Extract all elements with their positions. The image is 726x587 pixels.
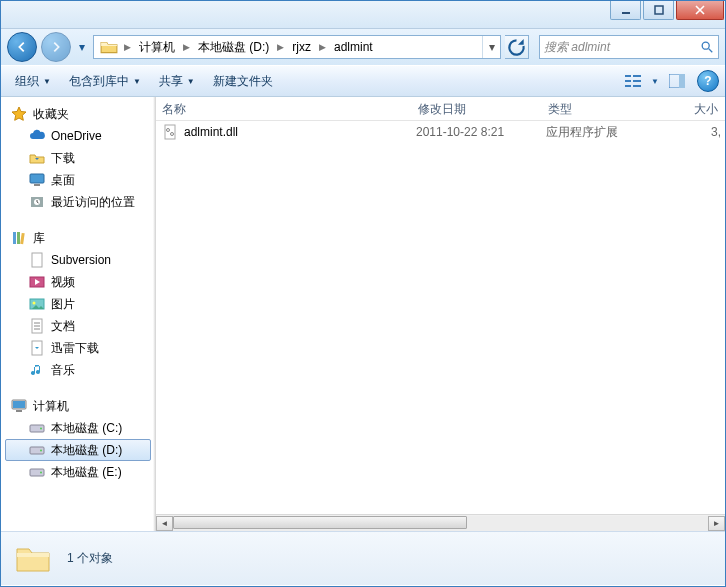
libraries-icon xyxy=(11,230,27,246)
svg-rect-3 xyxy=(625,75,631,77)
svg-rect-32 xyxy=(165,125,175,139)
sidebar-item-pictures[interactable]: 图片 xyxy=(1,293,155,315)
dll-file-icon xyxy=(162,124,178,140)
favorites-group[interactable]: 收藏夹 xyxy=(1,103,155,125)
chevron-right-icon[interactable]: ▶ xyxy=(122,42,133,52)
sidebar-item-onedrive[interactable]: OneDrive xyxy=(1,125,155,147)
navigation-row: ▾ ▶ 计算机 ▶ 本地磁盘 (D:) ▶ rjxz ▶ adlmint ▾ 搜… xyxy=(1,29,725,65)
desktop-icon xyxy=(29,172,45,188)
sidebar-item-videos[interactable]: 视频 xyxy=(1,271,155,293)
svg-rect-6 xyxy=(633,75,641,77)
star-icon xyxy=(11,106,27,122)
search-icon xyxy=(700,40,714,54)
column-modified[interactable]: 修改日期 xyxy=(412,97,542,120)
file-list[interactable]: adlmint.dll 2011-10-22 8:21 应用程序扩展 3, xyxy=(156,121,725,514)
svg-rect-1 xyxy=(655,6,663,14)
window-titlebar xyxy=(1,1,725,29)
scroll-track[interactable] xyxy=(173,516,708,531)
file-icon xyxy=(29,252,45,268)
close-button[interactable] xyxy=(676,1,724,20)
svg-rect-17 xyxy=(32,253,42,267)
drive-icon xyxy=(29,420,45,436)
svg-point-29 xyxy=(40,450,42,452)
recent-icon xyxy=(29,194,45,210)
history-dropdown[interactable]: ▾ xyxy=(75,36,89,58)
navigation-pane[interactable]: 收藏夹 OneDrive 下载 桌面 最近访问的位置 库 Subversion … xyxy=(1,97,156,531)
sidebar-item-desktop[interactable]: 桌面 xyxy=(1,169,155,191)
column-name[interactable]: 名称 xyxy=(156,97,412,120)
svg-rect-10 xyxy=(679,74,685,88)
search-placeholder: 搜索 adlmint xyxy=(544,39,700,56)
search-input[interactable]: 搜索 adlmint xyxy=(539,35,719,59)
share-menu[interactable]: 共享▼ xyxy=(151,69,203,94)
download-icon xyxy=(29,340,45,356)
breadcrumb-item[interactable]: rjxz xyxy=(286,36,317,58)
drive-icon xyxy=(29,442,45,458)
column-type[interactable]: 类型 xyxy=(542,97,652,120)
forward-button[interactable] xyxy=(41,32,71,62)
address-dropdown[interactable]: ▾ xyxy=(482,36,500,58)
scroll-thumb[interactable] xyxy=(173,516,467,529)
sidebar-item-downloads[interactable]: 下载 xyxy=(1,147,155,169)
file-modified: 2011-10-22 8:21 xyxy=(416,125,546,139)
sidebar-item-documents[interactable]: 文档 xyxy=(1,315,155,337)
music-icon xyxy=(29,362,45,378)
chevron-right-icon[interactable]: ▶ xyxy=(181,42,192,52)
status-text: 1 个对象 xyxy=(67,550,113,567)
computer-group[interactable]: 计算机 xyxy=(1,395,155,417)
documents-icon xyxy=(29,318,45,334)
sidebar-item-drive-e[interactable]: 本地磁盘 (E:) xyxy=(1,461,155,483)
svg-rect-12 xyxy=(34,184,40,186)
folder-icon xyxy=(13,539,53,579)
chevron-right-icon[interactable]: ▶ xyxy=(275,42,286,52)
computer-icon xyxy=(11,398,27,414)
new-folder-button[interactable]: 新建文件夹 xyxy=(205,69,281,94)
svg-rect-0 xyxy=(622,12,630,14)
column-size[interactable]: 大小 xyxy=(652,97,725,120)
svg-rect-8 xyxy=(633,85,641,87)
back-button[interactable] xyxy=(7,32,37,62)
sidebar-item-xunlei[interactable]: 迅雷下载 xyxy=(1,337,155,359)
view-options-dropdown[interactable]: ▼ xyxy=(649,77,661,86)
organize-menu[interactable]: 组织▼ xyxy=(7,69,59,94)
svg-rect-14 xyxy=(13,232,16,244)
svg-rect-4 xyxy=(625,80,631,82)
details-pane: 1 个对象 xyxy=(1,531,725,585)
svg-point-27 xyxy=(40,428,42,430)
view-options-button[interactable] xyxy=(619,69,647,93)
refresh-button[interactable] xyxy=(505,35,529,59)
svg-rect-25 xyxy=(16,410,22,412)
maximize-button[interactable] xyxy=(643,1,674,20)
svg-rect-7 xyxy=(633,80,641,82)
svg-point-31 xyxy=(40,472,42,474)
sidebar-item-recent[interactable]: 最近访问的位置 xyxy=(1,191,155,213)
address-bar[interactable]: ▶ 计算机 ▶ 本地磁盘 (D:) ▶ rjxz ▶ adlmint ▾ xyxy=(93,35,501,59)
minimize-button[interactable] xyxy=(610,1,641,20)
drive-icon xyxy=(29,464,45,480)
svg-rect-5 xyxy=(625,85,631,87)
chevron-right-icon[interactable]: ▶ xyxy=(317,42,328,52)
include-in-library-menu[interactable]: 包含到库中▼ xyxy=(61,69,149,94)
breadcrumb-item[interactable]: adlmint xyxy=(328,36,379,58)
libraries-group[interactable]: 库 xyxy=(1,227,155,249)
file-type: 应用程序扩展 xyxy=(546,124,656,141)
scroll-left-button[interactable]: ◄ xyxy=(156,516,173,531)
help-button[interactable]: ? xyxy=(697,70,719,92)
file-row[interactable]: adlmint.dll 2011-10-22 8:21 应用程序扩展 3, xyxy=(156,121,725,143)
breadcrumb-item[interactable]: 本地磁盘 (D:) xyxy=(192,36,275,58)
horizontal-scrollbar[interactable]: ◄ ► xyxy=(156,514,725,531)
preview-pane-button[interactable] xyxy=(663,69,691,93)
svg-rect-24 xyxy=(13,401,25,408)
download-icon xyxy=(29,150,45,166)
svg-rect-11 xyxy=(30,174,44,183)
breadcrumb-item[interactable]: 计算机 xyxy=(133,36,181,58)
sidebar-item-drive-d[interactable]: 本地磁盘 (D:) xyxy=(5,439,151,461)
file-name: adlmint.dll xyxy=(184,125,416,139)
sidebar-item-subversion[interactable]: Subversion xyxy=(1,249,155,271)
scroll-right-button[interactable]: ► xyxy=(708,516,725,531)
svg-rect-15 xyxy=(17,232,20,244)
sidebar-item-music[interactable]: 音乐 xyxy=(1,359,155,381)
column-headers: 名称 修改日期 类型 大小 xyxy=(156,97,725,121)
svg-rect-16 xyxy=(20,233,25,244)
sidebar-item-drive-c[interactable]: 本地磁盘 (C:) xyxy=(1,417,155,439)
